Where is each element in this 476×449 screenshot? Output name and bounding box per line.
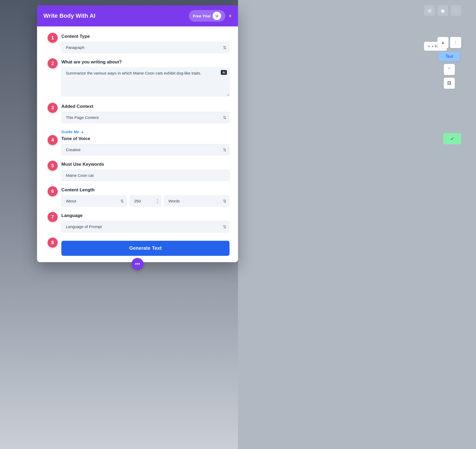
step7-label: Language bbox=[61, 213, 230, 218]
guide-me-row: Guide Me ▲ bbox=[61, 129, 230, 134]
filter-plus-icon: + bbox=[428, 44, 430, 48]
step5-label: Must Use Keywords bbox=[61, 162, 230, 167]
image-icon[interactable]: 🖼 bbox=[444, 78, 455, 89]
accept-icon: ✓ bbox=[450, 136, 454, 142]
step1-section: 1 Content Type Paragraph List Quote Code… bbox=[61, 34, 230, 53]
more-icon[interactable]: ⋮ bbox=[451, 5, 461, 16]
context-wrapper: This Page Content No Context Custom Cont… bbox=[61, 112, 230, 123]
free-trial-badge[interactable]: Free Trial U bbox=[189, 10, 226, 22]
generate-button[interactable]: Generate Text bbox=[61, 241, 230, 256]
words-select[interactable]: Words Characters Sentences Paragraphs bbox=[164, 195, 230, 207]
step5-section: 5 Must Use Keywords bbox=[61, 162, 230, 181]
split-icon[interactable]: ▣ bbox=[437, 5, 448, 16]
text-label: Text bbox=[445, 54, 453, 59]
modal-body: 1 Content Type Paragraph List Quote Code… bbox=[37, 26, 238, 262]
sidebar-right: ▲ ⋮ Text " 🖼 bbox=[437, 37, 461, 89]
step4-badge: 4 bbox=[48, 135, 58, 145]
free-trial-label: Free Trial bbox=[193, 14, 211, 18]
content-length-row: About Exactly At least At most ⇅ ▲ ▼ bbox=[61, 195, 230, 207]
step8-badge: 8 bbox=[48, 238, 58, 248]
guide-me-button[interactable]: Guide Me bbox=[61, 129, 79, 134]
section-more-icon[interactable]: ⋮ bbox=[450, 37, 461, 48]
accept-button[interactable]: ✓ bbox=[443, 133, 461, 144]
step1-badge: 1 bbox=[48, 33, 58, 43]
grid-icon[interactable]: ⊞ bbox=[424, 5, 435, 16]
step2-label: What are you writing about? bbox=[61, 59, 230, 65]
step6-section: 6 Content Length About Exactly At least … bbox=[61, 187, 230, 207]
step7-badge: 7 bbox=[48, 212, 58, 222]
number-stepper[interactable]: ▲ ▼ bbox=[156, 198, 159, 204]
step3-badge: 3 bbox=[48, 103, 58, 113]
user-avatar: U bbox=[213, 12, 221, 20]
modal-title: Write Body With AI bbox=[43, 12, 95, 19]
content-type-wrapper: Paragraph List Quote Code ⇅ bbox=[61, 42, 230, 53]
step6-badge: 6 bbox=[48, 186, 58, 196]
topic-textarea-wrapper: Summarize the various ways in which Main… bbox=[61, 67, 230, 98]
form-sections: 1 Content Type Paragraph List Quote Code… bbox=[45, 34, 230, 256]
step4-section: 4 Tone of Voice Creative Professional Ca… bbox=[61, 136, 230, 155]
context-select[interactable]: This Page Content No Context Custom Cont… bbox=[61, 112, 230, 123]
tone-wrapper: Creative Professional Casual Formal ⇅ bbox=[61, 144, 230, 155]
ai-badge: AI bbox=[221, 70, 227, 75]
about-wrapper: About Exactly At least At most ⇅ bbox=[61, 195, 127, 207]
content-type-select[interactable]: Paragraph List Quote Code bbox=[61, 42, 230, 53]
floating-dots-button[interactable]: ••• bbox=[131, 258, 144, 270]
section-up-icon[interactable]: ▲ bbox=[437, 37, 448, 48]
step5-badge: 5 bbox=[48, 161, 58, 171]
language-select[interactable]: Language of Prompt English Spanish Frenc… bbox=[61, 221, 230, 232]
step2-section: 2 What are you writing about? Summarize … bbox=[61, 59, 230, 98]
text-block-btn[interactable]: Text bbox=[439, 52, 460, 61]
dots-icon: ••• bbox=[135, 261, 140, 267]
step1-label: Content Type bbox=[61, 34, 230, 39]
modal-header: Write Body With AI Free Trial U × bbox=[37, 5, 238, 26]
modal-header-right: Free Trial U × bbox=[189, 10, 232, 22]
guide-me-arrow: ▲ bbox=[81, 130, 84, 134]
step3-label: Added Context bbox=[61, 104, 230, 109]
step2-badge: 2 bbox=[48, 58, 58, 68]
close-button[interactable]: × bbox=[228, 13, 232, 19]
quote-icon[interactable]: " bbox=[444, 64, 455, 75]
number-wrapper: ▲ ▼ bbox=[130, 195, 161, 207]
modal: Write Body With AI Free Trial U × 1 Cont… bbox=[37, 5, 238, 262]
top-toolbar: ⊞ ▣ ⋮ bbox=[424, 5, 461, 16]
step3-section: 3 Added Context This Page Content No Con… bbox=[61, 104, 230, 123]
step6-label: Content Length bbox=[61, 187, 230, 193]
topic-textarea[interactable]: Summarize the various ways in which Main… bbox=[61, 67, 230, 96]
tone-select[interactable]: Creative Professional Casual Formal bbox=[61, 144, 230, 155]
step7-section: 7 Language Language of Prompt English Sp… bbox=[61, 213, 230, 232]
language-wrapper: Language of Prompt English Spanish Frenc… bbox=[61, 221, 230, 232]
step4-label: Tone of Voice bbox=[61, 136, 230, 141]
step8-section: 8 Generate Text bbox=[61, 239, 230, 256]
keywords-input[interactable] bbox=[61, 170, 230, 181]
words-wrapper: Words Characters Sentences Paragraphs ⇅ bbox=[164, 195, 230, 207]
about-select[interactable]: About Exactly At least At most bbox=[61, 195, 127, 207]
